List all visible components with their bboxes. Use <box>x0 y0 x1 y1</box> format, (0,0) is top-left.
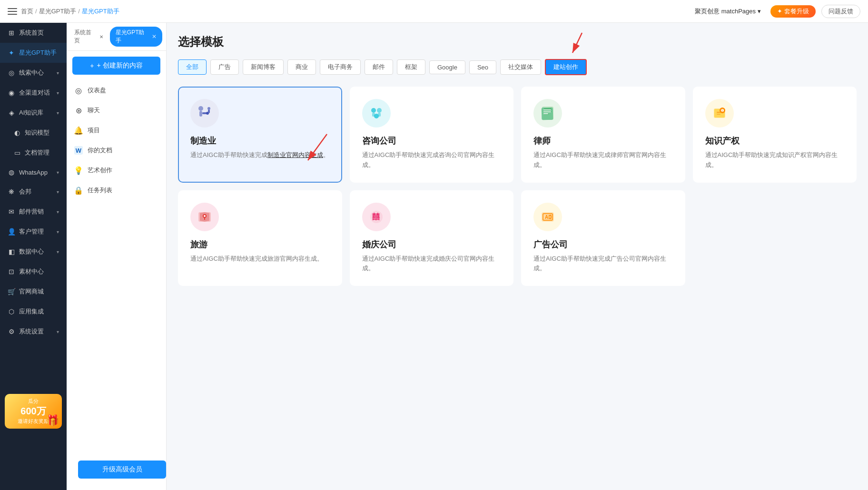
close-tab-icon[interactable]: ✕ <box>99 34 103 39</box>
ai-knowledge-icon: ◈ <box>8 109 15 117</box>
second-menu-your-docs[interactable]: W 你的文档 <box>67 140 166 160</box>
data-center-icon: ◧ <box>8 248 15 255</box>
filter-tab-ecommerce[interactable]: 电子商务 <box>320 59 361 75</box>
ip-card-icon: ! <box>705 99 734 127</box>
filter-tab-email[interactable]: 邮件 <box>365 59 393 75</box>
ip-card-desc: 通过AIGC助手帮助快速完成知识产权官网内容生成。 <box>705 150 845 170</box>
email-mkt-icon: ✉ <box>8 208 15 216</box>
filter-tabs: 全部 广告 新闻博客 商业 电子商务 邮件 框架 Google Seo 社交媒体… <box>178 59 857 75</box>
manufacturing-card-desc: 通过AIGC助手帮助快速完成制造业官网内容生成。 <box>190 150 330 160</box>
sidebar-item-app-integration[interactable]: ⬡ 应用集成 <box>0 302 67 322</box>
travel-card-title: 旅游 <box>190 239 330 250</box>
customer-mgmt-icon: 👤 <box>8 228 15 235</box>
your-docs-icon: W <box>74 146 83 155</box>
sidebar-item-leads[interactable]: ◎ 线索中心 ▾ <box>0 63 67 83</box>
sidebar-item-data-center[interactable]: ◧ 数据中心 ▾ <box>0 242 67 262</box>
ads-card-title: 广告公司 <box>533 239 673 250</box>
second-menu-chat[interactable]: ⊛ 聊天 <box>67 100 166 120</box>
feedback-button[interactable]: 问题反馈 <box>821 5 860 18</box>
template-card-ads[interactable]: AD 广告公司 通过AIGC助手帮助快速完成广告公司官网内容生成。 <box>521 190 685 286</box>
sidebar-item-whatsapp[interactable]: ◍ WhatsApp ▾ <box>0 163 67 182</box>
match-pages-button[interactable]: 聚页创意 matchPages ▾ <box>691 5 765 18</box>
hamburger-menu-icon[interactable] <box>8 7 17 16</box>
template-card-wedding[interactable]: 囍 婚庆公司 通过AIGC助手帮助快速完成婚庆公司官网内容生成。 <box>350 190 514 286</box>
huibang-icon: ❋ <box>8 188 15 196</box>
main-layout: ⊞ 系统首页 ✦ 星光GPT助手 ◎ 线索中心 ▾ ◉ 全渠道对话 ▾ ◈ AI… <box>0 23 868 490</box>
second-menu-art-creation[interactable]: 💡 艺术创作 <box>67 160 166 180</box>
svg-point-2 <box>198 106 203 111</box>
travel-svg <box>196 208 213 225</box>
knowledge-model-icon: ◐ <box>13 129 21 137</box>
sidebar-item-official-store[interactable]: 🛒 官网商城 <box>0 282 67 302</box>
svg-point-34 <box>204 215 206 217</box>
expand-arrow-icon: ▾ <box>57 110 59 116</box>
sidebar-item-customer-mgmt[interactable]: 👤 客户管理 ▾ <box>0 222 67 242</box>
travel-card-icon <box>190 203 219 231</box>
breadcrumb: 首页 / 星光GPT助手 / 星光GPT助手 <box>21 7 119 16</box>
sidebar-item-huibang[interactable]: ❋ 会邦 ▾ <box>0 182 67 202</box>
template-card-manufacturing[interactable]: 制造业 通过AIGC助手帮助快速完成制造业官网内容生成。 <box>178 87 342 183</box>
filter-tab-google[interactable]: Google <box>429 60 465 74</box>
breadcrumb-home[interactable]: 首页 <box>21 7 33 16</box>
filter-tab-seo[interactable]: Seo <box>469 60 496 74</box>
wedding-card-icon: 囍 <box>362 203 391 231</box>
sidebar-item-home[interactable]: ⊞ 系统首页 <box>0 23 67 43</box>
filter-tab-build-site[interactable]: 建站创作 <box>545 59 587 75</box>
create-new-content-button[interactable]: + + 创建新的内容 <box>72 57 160 75</box>
sidebar-item-channels[interactable]: ◉ 全渠道对话 ▾ <box>0 83 67 103</box>
build-site-container: 建站创作 <box>545 59 587 75</box>
svg-point-11 <box>377 108 382 113</box>
sidebar-item-doc-mgmt[interactable]: ▭ 文档管理 <box>0 143 67 163</box>
plus-icon: + <box>90 62 94 69</box>
close-active-tab-icon[interactable]: ✕ <box>152 33 157 40</box>
sidebar-item-materials[interactable]: ⊡ 素材中心 <box>0 262 67 282</box>
sidebar-item-settings[interactable]: ⚙ 系统设置 ▾ <box>0 322 67 342</box>
consulting-card-icon <box>362 99 391 127</box>
tab-gpt-assistant[interactable]: 星光GPT助手 ✕ <box>110 27 162 47</box>
gift-icon: 🎁 <box>46 414 59 427</box>
project-icon: 🔔 <box>74 126 83 135</box>
lawyer-card-icon <box>533 99 562 127</box>
breadcrumb-gpt[interactable]: 星光GPT助手 <box>39 7 77 16</box>
official-store-icon: 🛒 <box>8 288 15 295</box>
filter-tab-framework[interactable]: 框架 <box>397 59 425 75</box>
materials-icon: ⊡ <box>8 268 15 275</box>
filter-tab-social-media[interactable]: 社交媒体 <box>500 59 541 75</box>
expand-arrow-icon: ▾ <box>57 209 59 215</box>
template-card-consulting[interactable]: 咨询公司 通过AIGC助手帮助快速完成咨询公司官网内容生成。 <box>350 87 514 183</box>
sidebar-promo[interactable]: 瓜分 600万 邀请好友奖励 🎁 <box>0 389 67 433</box>
upgrade-advanced-button[interactable]: 升级高级会员 <box>78 461 166 479</box>
filter-tab-news-blog[interactable]: 新闻博客 <box>243 59 284 75</box>
svg-rect-14 <box>378 113 381 117</box>
consulting-card-desc: 通过AIGC助手帮助快速完成咨询公司官网内容生成。 <box>362 150 502 170</box>
sidebar-item-gpt[interactable]: ✦ 星光GPT助手 <box>0 43 67 63</box>
ads-svg: AD <box>539 208 556 225</box>
filter-tab-ad[interactable]: 广告 <box>210 59 239 75</box>
filter-tab-business[interactable]: 商业 <box>287 59 316 75</box>
sidebar-item-knowledge-model[interactable]: ◐ 知识模型 <box>0 123 67 143</box>
ip-svg: ! <box>711 105 728 122</box>
promo-box: 瓜分 600万 邀请好友奖励 🎁 <box>5 394 62 429</box>
filter-tab-all[interactable]: 全部 <box>178 59 207 75</box>
template-card-travel[interactable]: 旅游 通过AIGC助手帮助快速完成旅游官网内容生成。 <box>178 190 342 286</box>
upgrade-button[interactable]: ✦ 套餐升级 <box>770 5 816 18</box>
gpt-icon: ✦ <box>8 49 15 57</box>
second-menu-dashboard[interactable]: ◎ 仪表盘 <box>67 80 166 100</box>
channels-icon: ◉ <box>8 89 15 97</box>
sidebar-item-email-mkt[interactable]: ✉ 邮件营销 ▾ <box>0 202 67 222</box>
svg-rect-42 <box>550 217 552 219</box>
travel-card-desc: 通过AIGC助手帮助快速完成旅游官网内容生成。 <box>190 254 330 264</box>
whatsapp-icon: ◍ <box>8 168 15 176</box>
chevron-down-icon: ▾ <box>758 8 761 15</box>
task-list-icon: 🔒 <box>74 186 83 195</box>
sidebar-item-ai-knowledge[interactable]: ◈ AI知识库 ▾ <box>0 103 67 123</box>
second-menu-project[interactable]: 🔔 项目 <box>67 120 166 140</box>
consulting-card-title: 咨询公司 <box>362 135 502 147</box>
svg-rect-22 <box>543 111 551 112</box>
template-card-ip[interactable]: ! 知识产权 通过AIGC助手帮助快速完成知识产权官网内容生成。 <box>693 87 857 183</box>
template-card-lawyer[interactable]: 律师 通过AIGC助手帮助快速完成律师官网官网内容生成。 <box>521 87 685 183</box>
second-menu-task-list[interactable]: 🔒 任务列表 <box>67 180 166 200</box>
page-title: 选择模板 <box>178 34 857 49</box>
settings-icon: ⚙ <box>8 328 15 335</box>
tab-system-home[interactable]: 系统首页 ✕ <box>70 27 107 47</box>
